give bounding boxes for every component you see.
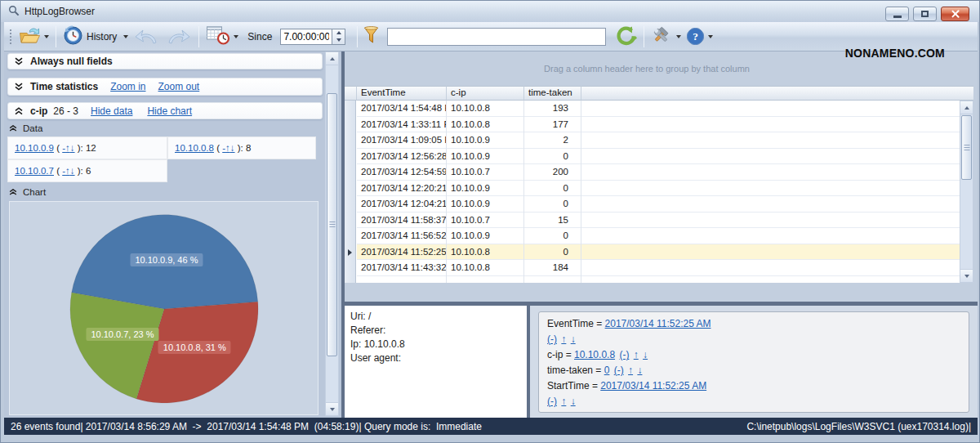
sort-desc-op-link[interactable]: ↓ [70, 143, 75, 153]
cell-timetaken: 184 [524, 260, 581, 275]
field-value-link[interactable]: 0 [604, 365, 610, 376]
cell-eventtime: 2017/03/14 11:56:52... [357, 228, 447, 244]
data-subsection-header[interactable]: Data [9, 123, 42, 133]
remove-filter-link[interactable]: (-) [547, 333, 557, 345]
help-button[interactable]: ? [684, 25, 715, 47]
title-bar: HttpLogBrowser [1, 1, 979, 22]
since-time-stepper[interactable] [332, 29, 345, 45]
open-log-button[interactable] [16, 25, 51, 49]
ip-count: 8 [246, 143, 251, 153]
cell-timetaken: 0 [524, 244, 581, 260]
cip-data-list: 10.10.0.9 ( - ↑ ↓ ): 1210.10.0.8 ( - ↑ ↓… [7, 136, 316, 182]
scroll-up-arrow[interactable] [960, 101, 973, 114]
column-header-cip[interactable]: c-ip [447, 86, 524, 101]
table-row[interactable]: 2017/03/14 1:33:11 P...10.10.0.8177 [357, 117, 960, 133]
refresh-button[interactable] [612, 24, 639, 49]
hide-chart-link[interactable]: Hide chart [147, 105, 192, 117]
remove-filter-link[interactable]: (-) [614, 365, 624, 376]
table-row[interactable]: 2017/03/14 1:54:48 P...10.10.0.8193 [357, 101, 960, 117]
scrollbar-thumb[interactable] [961, 115, 972, 180]
table-row[interactable]: 2017/03/14 12:04:21...10.10.0.90 [357, 196, 960, 213]
tools-button[interactable] [648, 25, 684, 48]
remove-filter-link[interactable]: (-) [619, 349, 629, 360]
cell-timetaken: 177 [524, 117, 581, 132]
request-detail-panel: Uri: /Referer:Ip: 10.10.0.8User agent: [345, 306, 527, 418]
section-title: Time statistics [30, 81, 98, 92]
section-always-null-fields[interactable]: Always null fields [7, 53, 323, 69]
scroll-up-arrow[interactable] [326, 52, 338, 65]
table-row[interactable]: 2017/03/14 12:20:21...10.10.0.90 [357, 181, 960, 197]
cell-timetaken: 200 [524, 164, 581, 180]
section-cip[interactable]: c-ip 26 - 3 Hide data Hide chart [7, 102, 323, 119]
close-button[interactable] [941, 7, 969, 21]
time-range-button[interactable] [203, 23, 241, 50]
ip-link[interactable]: 10.10.0.7 [15, 166, 54, 176]
back-arrow-icon [133, 26, 160, 47]
sort-asc-link[interactable]: ↑ [634, 349, 639, 360]
table-row[interactable]: 2017/03/14 11:58:37...10.10.0.715 [357, 213, 960, 229]
maximize-button[interactable] [913, 7, 937, 21]
row-selector-strip [345, 101, 356, 283]
sort-desc-link[interactable]: ↓ [571, 396, 576, 407]
table-row[interactable]: 2017/03/14 11:43:32...10.10.0.8184 [357, 260, 960, 276]
section-time-statistics[interactable]: Time statistics Zoom in Zoom out [7, 78, 323, 96]
sort-desc-op-link[interactable]: ↓ [70, 166, 75, 176]
sort-desc-link[interactable]: ↓ [571, 333, 576, 345]
minimize-button[interactable] [885, 7, 909, 21]
cell-cip: 10.10.0.9 [447, 228, 524, 244]
table-row[interactable]: 2017/03/14 1:09:05 P...10.10.0.92 [357, 132, 960, 149]
detail-line: Ip: 10.10.0.8 [350, 338, 527, 351]
forward-button[interactable] [163, 25, 194, 48]
column-header-eventtime[interactable]: EventTime [357, 86, 447, 101]
maximize-icon [921, 11, 929, 17]
cell-timetaken: 193 [524, 101, 581, 116]
status-bar: 26 events found| 2017/03/14 8:56:29 AM -… [4, 418, 978, 435]
scroll-down-arrow[interactable] [326, 402, 338, 415]
zoom-in-link[interactable]: Zoom in [110, 81, 145, 92]
scroll-down-arrow[interactable] [960, 269, 973, 282]
app-window: HttpLogBrowser [0, 0, 980, 443]
since-time-input[interactable] [280, 29, 332, 45]
table-row[interactable]: 2017/03/14 12:54:59...10.10.0.7200 [357, 164, 960, 181]
sort-desc-link[interactable]: ↓ [643, 349, 648, 360]
grid-scrollbar[interactable] [960, 101, 973, 283]
ip-link[interactable]: 10.10.0.8 [175, 143, 214, 153]
sort-desc-link[interactable]: ↓ [637, 365, 642, 376]
filter-search-input[interactable] [387, 28, 606, 46]
sort-desc-op-link[interactable]: ↓ [230, 143, 235, 153]
cell-eventtime: 2017/03/14 1:09:05 P... [357, 132, 447, 148]
table-row[interactable]: 2017/03/14 11:56:52...10.10.0.90 [357, 228, 960, 244]
ip-link[interactable]: 10.10.0.9 [15, 143, 54, 153]
hide-data-link[interactable]: Hide data [91, 105, 132, 117]
column-header-timetaken[interactable]: time-taken [524, 86, 581, 101]
sort-asc-link[interactable]: ↑ [561, 333, 566, 345]
cell-cip: 10.10.0.9 [447, 181, 524, 196]
cell-cip: 10.10.0.7 [447, 164, 524, 180]
open-dropdown-caret [44, 35, 49, 38]
sidebar-scrollbar[interactable] [325, 51, 339, 416]
group-by-hint: Drag a column header here to group by th… [345, 64, 949, 74]
grid-body: 2017/03/14 1:54:48 P...10.10.0.81932017/… [345, 101, 960, 283]
field-label: time-taken = [547, 365, 604, 376]
table-row[interactable]: 2017/03/14 12:56:28...10.10.0.90 [357, 149, 960, 165]
zoom-out-link[interactable]: Zoom out [158, 81, 200, 92]
cell-cip: 10.10.0.8 [447, 260, 524, 275]
cell-cip: 10.10.0.7 [447, 213, 524, 228]
cell-eventtime: 2017/03/14 11:43:32... [357, 260, 447, 275]
field-value-link[interactable]: 10.10.0.8 [574, 349, 615, 360]
table-row[interactable]: 2017/03/14 11:52:25...10.10.0.80 [357, 244, 960, 261]
toolbar-gripper[interactable] [8, 28, 12, 46]
field-value-link[interactable]: 2017/03/14 11:52:25 AM [605, 318, 711, 329]
scrollbar-thumb[interactable] [327, 93, 337, 356]
cell-filler [581, 101, 960, 116]
sort-asc-link[interactable]: ↑ [561, 396, 566, 407]
chart-subsection-header[interactable]: Chart [9, 187, 46, 197]
sort-asc-link[interactable]: ↑ [628, 365, 633, 376]
field-value-link[interactable]: 2017/03/14 11:52:25 AM [600, 380, 706, 392]
cell-eventtime: 2017/03/14 12:20:21... [357, 181, 447, 196]
back-button[interactable] [131, 25, 163, 48]
remove-filter-link[interactable]: (-) [547, 396, 557, 407]
cell-cip: 10.10.0.8 [447, 117, 524, 132]
magnifier-app-icon [8, 5, 20, 19]
history-button[interactable]: History [60, 24, 131, 50]
